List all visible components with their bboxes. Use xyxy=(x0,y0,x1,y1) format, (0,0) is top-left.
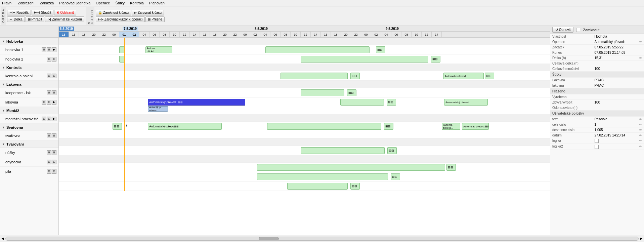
bar-hoblovka1-right[interactable]: ⊞⊟ xyxy=(376,46,385,53)
res-icon-3[interactable]: ▶ xyxy=(52,47,56,52)
edit-icon-celecislo[interactable]: ✏ xyxy=(639,123,642,126)
res-icon-5[interactable]: ⊟ xyxy=(52,57,56,62)
res-icon-23[interactable]: ⊟ xyxy=(52,169,56,174)
zarovnat-k-casu-button[interactable]: ⊳ Zarovnat k času xyxy=(132,10,164,15)
bar-lakovna-far-right[interactable]: Automatický převod: xyxy=(444,99,488,106)
res-icon-12[interactable]: ▶ xyxy=(52,100,56,105)
res-icon-22[interactable]: ⊞ xyxy=(47,169,51,174)
res-icon-15[interactable]: ▶ xyxy=(52,117,56,121)
res-icon-9[interactable]: ⊟ xyxy=(52,90,56,95)
res-icon-8[interactable]: ⊞ xyxy=(47,90,51,95)
menu-zakazka[interactable]: Zakázka xyxy=(39,1,55,5)
res-icon-11[interactable]: ⊟ xyxy=(47,100,51,105)
gantt-row-kooperace[interactable]: ⊞⊟ xyxy=(59,88,550,97)
res-icon-10[interactable]: ⊞ xyxy=(42,100,46,105)
menu-zobrazeni[interactable]: Zobrazení xyxy=(17,1,35,5)
bar-ohybacka-large[interactable] xyxy=(257,173,388,180)
menu-planovani[interactable]: Plánování xyxy=(148,1,166,5)
bar-lakovna-blue-main[interactable]: Automatický převod: ⊞⊟ xyxy=(148,99,245,106)
zamknout-checkbox[interactable] xyxy=(576,28,580,32)
priradit-button[interactable]: ⊞ Přiřadit xyxy=(26,16,45,22)
menu-kontrola[interactable]: Kontrola xyxy=(129,1,144,5)
gantt-row-pila[interactable]: ⊞⊟ xyxy=(59,182,550,191)
bar-montaz-far1[interactable]: Automatické p... xyxy=(442,123,460,130)
bar-nuzky-large[interactable] xyxy=(257,164,445,171)
edit-icon-delka[interactable]: ✏ xyxy=(639,56,642,60)
bar-lakovna-right-icons[interactable]: ⊞⊟ xyxy=(387,99,396,106)
bar-hoblovka2-right[interactable]: ⊞⊟ xyxy=(431,56,440,63)
bar-hoblovka2-a[interactable] xyxy=(119,56,124,63)
bar-montaz-main[interactable]: Automatický převo⊞⊟ xyxy=(148,123,222,130)
res-icon-18[interactable]: ⊞ xyxy=(47,150,51,155)
menu-operace[interactable]: Operace xyxy=(95,1,111,5)
zamknout-k-casu-button[interactable]: 🔒 Zamknout k času xyxy=(96,10,131,15)
res-icon-1[interactable]: ⊞ xyxy=(42,47,46,52)
bar-ohybacka-icons[interactable]: ⊞⊟ xyxy=(391,173,400,180)
sloucit-button[interactable]: ⊢⊣ Sloučit xyxy=(32,10,53,15)
edit-icon-desetinne[interactable]: ✏ xyxy=(639,128,642,132)
group-kontrola[interactable]: Kontrola xyxy=(0,64,58,71)
bar-nuzky-icons[interactable]: ⊞⊟ xyxy=(446,164,456,171)
bar-kooperace-icons[interactable]: ⊞⊟ xyxy=(347,89,356,96)
edit-icon-logika2[interactable]: ✏ xyxy=(639,145,642,148)
group-svarovna[interactable]: Svařovna xyxy=(0,124,58,131)
edit-icon-operace[interactable]: ✏ xyxy=(639,40,642,44)
presne-button[interactable]: ⊞ Přesné xyxy=(145,16,165,22)
scroll-left-btn[interactable]: ◀ xyxy=(1,237,4,240)
res-icon-21[interactable]: ⊟ xyxy=(52,160,56,164)
rozdelit-button[interactable]: ⊣⊢ Rozdělit xyxy=(7,10,31,15)
bar-hoblovka1-a[interactable] xyxy=(119,46,124,53)
res-icon-14[interactable]: ⊟ xyxy=(47,117,51,121)
bar-montaz-small[interactable]: ⊞⊟ xyxy=(113,123,122,130)
logika-checkbox[interactable] xyxy=(595,139,599,143)
menu-planovaci[interactable]: Plánovací jednotka xyxy=(58,1,91,5)
bar-hoblovka2-large[interactable] xyxy=(301,56,428,63)
bar-kontrola-large[interactable] xyxy=(281,73,348,79)
gantt-row-hoblovka2[interactable]: ⊞⊟ xyxy=(59,54,550,64)
bar-montaz-large[interactable] xyxy=(267,123,381,130)
res-icon-17[interactable]: ⊟ xyxy=(52,133,56,138)
scroll-right-btn[interactable]: ▶ xyxy=(640,237,643,240)
edit-icon-logika[interactable]: ✏ xyxy=(639,139,642,143)
group-lakovna[interactable]: Lakovna xyxy=(0,81,58,88)
res-icon-13[interactable]: ⊞ xyxy=(42,117,46,121)
gantt-row-hoblovka1[interactable]: Automntické ⊞⊟ xyxy=(59,45,550,54)
res-icon-2[interactable]: ⊟ xyxy=(47,47,51,52)
scrollbar-thumb[interactable] xyxy=(259,237,279,240)
edit-icon-datum[interactable]: ✏ xyxy=(639,133,642,137)
bar-montaz-right-icons[interactable]: ⊞⊟ xyxy=(384,123,393,130)
menu-stitky[interactable]: Štítky xyxy=(115,1,125,5)
res-icon-4[interactable]: ⊞ xyxy=(47,57,51,62)
bar-pila-icons[interactable]: ⊞⊟ xyxy=(350,183,360,190)
bar-hoblovka1-autom[interactable]: Automntické xyxy=(145,46,172,53)
res-icon-6[interactable]: ⊞ xyxy=(47,74,51,78)
res-icon-20[interactable]: ⊞ xyxy=(47,160,51,164)
group-tvarovani[interactable]: Tvarování xyxy=(0,140,58,148)
gantt-area[interactable]: 6.5.2019 7.5.2019 8.5.2019 9.5.2019 13 1… xyxy=(59,26,550,235)
bar-lakovna-right[interactable] xyxy=(340,99,384,106)
bar-svarovna-icons[interactable]: ⊞⊟ xyxy=(387,147,397,154)
gantt-row-kontrola[interactable]: ⊞⊟ Automatic nřevod: ⊞⊟ xyxy=(59,71,550,81)
zarovnat-ke-kurzoru-button[interactable]: ⊳| Zarovnat ke kurzoru xyxy=(45,16,84,22)
logika2-checkbox[interactable] xyxy=(595,145,599,149)
gantt-row-nuzky[interactable]: ⊞⊟ xyxy=(59,163,550,172)
odstranit-button[interactable]: ✖ Odstranit xyxy=(54,10,76,15)
bar-pila-large[interactable] xyxy=(287,183,348,190)
bar-montaz-far2[interactable]: Automatic převod:⊞⊟ xyxy=(462,123,489,130)
bar-svarovna-large[interactable] xyxy=(301,147,385,154)
bar-lakovna-sub[interactable]: Auton⊟ ýpřevod: xyxy=(148,106,168,112)
menu-hlavni[interactable]: Hlavní xyxy=(1,1,13,5)
res-icon-19[interactable]: ⊟ xyxy=(52,150,56,155)
bar-kontrola-right2[interactable]: ⊞⊟ xyxy=(485,73,494,79)
delka-button[interactable]: ↔ Délka xyxy=(7,16,25,22)
gantt-row-montaz[interactable]: ⊞⊟ ý Automatický převo⊞⊟ ⊞⊟ Automatické … xyxy=(59,122,550,138)
gantt-row-ohybacka[interactable]: ⊞⊟ xyxy=(59,172,550,182)
obnovit-button[interactable]: ↺ Obnovit xyxy=(552,27,573,33)
gantt-row-lakovna[interactable]: Automatický převod: ⊞⊟ Auton⊟ ýpřevod: ⊞… xyxy=(59,97,550,114)
zarovnat-kurzor-operaci-button[interactable]: ⊳⊳ Zarovnat kurzor k operaci xyxy=(96,16,145,22)
res-icon-7[interactable]: ⊟ xyxy=(52,74,56,78)
bar-kontrola-right[interactable]: Automatic nřevod: xyxy=(443,73,484,79)
bar-kontrola-icons[interactable]: ⊞⊟ xyxy=(350,73,360,79)
res-icon-16[interactable]: ⊞ xyxy=(47,133,51,138)
horizontal-scrollbar[interactable] xyxy=(5,237,639,241)
